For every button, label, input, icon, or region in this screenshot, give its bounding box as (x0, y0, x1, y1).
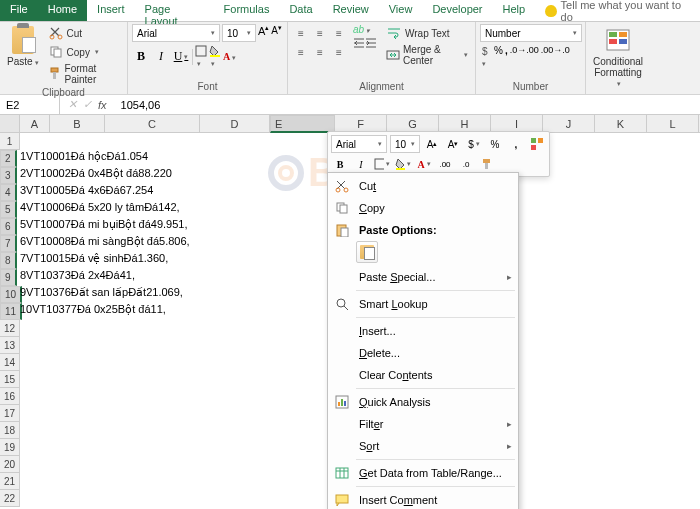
col-K[interactable]: K (595, 115, 647, 132)
row-header[interactable]: 14 (0, 354, 20, 371)
tellme-search[interactable]: Tell me what you want to do (535, 0, 700, 21)
grow-font-button[interactable]: A▴ (258, 24, 269, 42)
font-size-select[interactable]: 10 (222, 24, 256, 42)
mini-fill[interactable] (394, 155, 412, 173)
col-B[interactable]: B (50, 115, 105, 132)
conditional-formatting-button[interactable]: Conditional Formatting (590, 24, 646, 90)
col-L[interactable]: L (647, 115, 699, 132)
empty-row[interactable] (20, 405, 190, 422)
mini-fontcolor[interactable]: A (415, 155, 433, 173)
empty-row[interactable] (20, 473, 190, 490)
number-format-select[interactable]: Number (480, 24, 582, 42)
row-header[interactable]: 19 (0, 439, 20, 456)
tab-help[interactable]: Help (493, 0, 536, 21)
mini-border[interactable] (373, 155, 391, 173)
col-G[interactable]: G (387, 115, 439, 132)
italic-button[interactable]: I (152, 48, 170, 66)
percent-button[interactable]: % (494, 45, 503, 68)
row-header[interactable]: 3 (0, 167, 17, 184)
row-header[interactable]: 20 (0, 456, 20, 473)
row-header[interactable]: 8 (0, 252, 17, 269)
row-header[interactable]: 9 (0, 269, 17, 286)
tab-review[interactable]: Review (323, 0, 379, 21)
indent-inc-button[interactable] (365, 37, 377, 49)
fx-buttons[interactable]: ✕✓fx (60, 98, 115, 111)
row-header[interactable]: 1 (0, 133, 20, 150)
indent-dec-button[interactable] (353, 37, 365, 49)
empty-row[interactable] (20, 354, 190, 371)
tab-home[interactable]: Home (38, 0, 87, 21)
tab-file[interactable]: File (0, 0, 38, 21)
mini-accounting[interactable]: $ (465, 135, 483, 153)
mini-cf-icon[interactable] (528, 135, 546, 153)
tab-pagelayout[interactable]: Page Layout (135, 0, 214, 21)
tab-formulas[interactable]: Formulas (214, 0, 280, 21)
table-row[interactable]: 8VT10373Đá 2x4Đá41, (20, 269, 190, 286)
mini-inc-dec[interactable]: .00 (436, 155, 454, 173)
accounting-format-button[interactable]: $ (480, 45, 492, 68)
tab-developer[interactable]: Developer (422, 0, 492, 21)
empty-row[interactable] (20, 456, 190, 473)
underline-button[interactable]: U (172, 48, 190, 66)
mini-size-select[interactable]: 10 (390, 135, 420, 153)
border-button[interactable] (195, 45, 207, 68)
row-header[interactable]: 22 (0, 490, 20, 507)
mini-percent[interactable]: % (486, 135, 504, 153)
orientation-button[interactable]: ab (353, 24, 377, 35)
mini-grow-font[interactable]: A▴ (423, 135, 441, 153)
ctx-cut[interactable]: Cut (328, 175, 518, 197)
wrap-text-button[interactable]: Wrap Text (383, 24, 471, 42)
empty-row[interactable] (20, 422, 190, 439)
row-header[interactable]: 4 (0, 184, 17, 201)
row-header[interactable]: 18 (0, 422, 20, 439)
table-row[interactable]: 6VT10008Đá mi sàngBột đá5.806, (20, 235, 190, 252)
mini-dec-dec[interactable]: .0 (457, 155, 475, 173)
name-box[interactable]: E2 (0, 95, 60, 114)
font-family-select[interactable]: Arial (132, 24, 220, 42)
row-header[interactable]: 5 (0, 201, 17, 218)
col-E[interactable]: E (270, 115, 335, 133)
row-header[interactable]: 21 (0, 473, 20, 490)
ctx-insert-comment[interactable]: Insert Comment (328, 489, 518, 509)
row-header[interactable]: 16 (0, 388, 20, 405)
empty-row[interactable] (20, 388, 190, 405)
empty-row[interactable] (20, 439, 190, 456)
ctx-clear-contents[interactable]: Clear Contents (328, 364, 518, 386)
copy-button[interactable]: Copy (45, 43, 123, 61)
bold-button[interactable]: B (132, 48, 150, 66)
table-row[interactable]: 9VT10376Đất san lấpĐất21.069, (20, 286, 190, 303)
align-buttons[interactable]: ≡≡≡≡≡≡ (292, 24, 348, 61)
comma-button[interactable]: , (505, 45, 508, 68)
table-row[interactable]: 3VT10005Đá 4x6Đá67.254 (20, 184, 190, 201)
shrink-font-button[interactable]: A▾ (271, 24, 282, 42)
table-row[interactable]: 1VT10001Đá hộcĐá1.054 (20, 150, 190, 167)
empty-row[interactable] (20, 337, 190, 354)
mini-shrink-font[interactable]: A▾ (444, 135, 462, 153)
tab-view[interactable]: View (379, 0, 423, 21)
formula-input[interactable]: 1054,06 (115, 99, 700, 111)
ctx-get-data[interactable]: Get Data from Table/Range... (328, 462, 518, 484)
ctx-paste-special[interactable]: Paste Special... (328, 266, 518, 288)
mini-format-painter[interactable] (478, 155, 496, 173)
cut-button[interactable]: Cut (45, 24, 123, 42)
ctx-delete[interactable]: Delete... (328, 342, 518, 364)
empty-row[interactable] (20, 371, 190, 388)
ctx-copy[interactable]: Copy (328, 197, 518, 219)
mini-font-select[interactable]: Arial (331, 135, 387, 153)
row-header[interactable]: 17 (0, 405, 20, 422)
col-C[interactable]: C (105, 115, 200, 132)
table-row[interactable]: 10VT10377Đá 0x25Bột đá11, (20, 303, 190, 320)
select-all-corner[interactable] (0, 115, 20, 132)
format-painter-button[interactable]: Format Painter (45, 62, 123, 86)
col-D[interactable]: D (200, 115, 270, 132)
col-H[interactable]: H (439, 115, 491, 132)
mini-comma[interactable]: , (507, 135, 525, 153)
row-header[interactable]: 2 (0, 150, 17, 167)
col-F[interactable]: F (335, 115, 387, 132)
ctx-filter[interactable]: Filter (328, 413, 518, 435)
tab-data[interactable]: Data (279, 0, 322, 21)
table-row[interactable]: 5VT10007Đá mi bụiBột đá49.951, (20, 218, 190, 235)
ctx-sort[interactable]: Sort (328, 435, 518, 457)
row-header[interactable]: 15 (0, 371, 20, 388)
table-row[interactable]: 2VT10002Đá 0x4Bột đá88.220 (20, 167, 190, 184)
